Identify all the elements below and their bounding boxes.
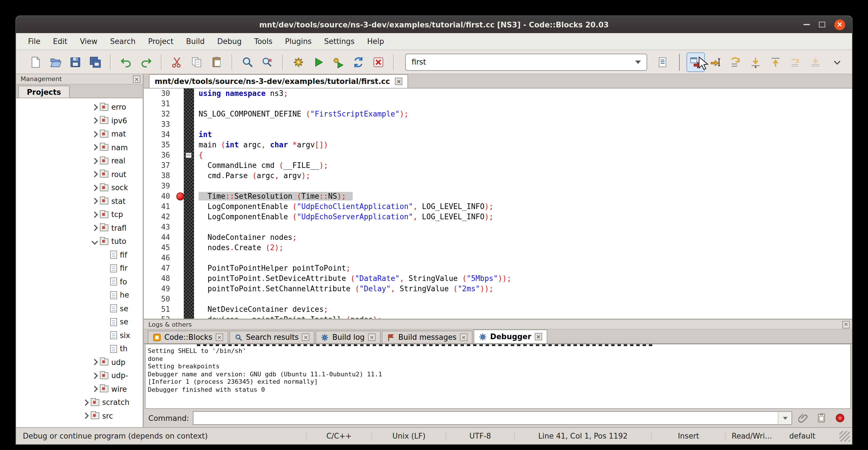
chevron-right-icon[interactable] [92, 225, 98, 231]
breakpoint-margin[interactable] [175, 212, 184, 222]
tree-item-he[interactable]: he [16, 289, 143, 302]
code-line-32[interactable]: 32NS_LOG_COMPONENT_DEFINE ("FirstScriptE… [144, 109, 852, 119]
tree-item-fif[interactable]: fif [16, 248, 143, 262]
tree-item-udp[interactable]: udp [16, 356, 143, 369]
abort-button[interactable] [369, 52, 388, 72]
rebuild-button[interactable] [349, 52, 368, 72]
cut-button[interactable] [168, 52, 186, 72]
breakpoint-margin[interactable] [175, 191, 184, 202]
tree-item-stat[interactable]: stat [16, 194, 143, 208]
fold-collapse-icon[interactable] [185, 152, 192, 158]
tree-item-wire[interactable]: wire [16, 382, 143, 396]
chevron-right-icon[interactable] [92, 131, 98, 137]
menu-file[interactable]: File [22, 37, 47, 46]
close-icon[interactable]: × [535, 333, 542, 340]
chevron-down-icon[interactable] [92, 238, 98, 245]
new-file-button[interactable] [26, 52, 44, 72]
menu-project[interactable]: Project [142, 37, 180, 46]
close-icon[interactable]: × [842, 321, 850, 328]
chevron-right-icon[interactable] [92, 117, 98, 124]
code-line-49[interactable]: 49 pointToPoint.SetChannelAttribute ("De… [144, 284, 852, 294]
breakpoint-margin[interactable] [175, 253, 184, 263]
menu-search[interactable]: Search [104, 37, 142, 46]
code-line-39[interactable]: 39 [144, 181, 852, 191]
tree-item-ipv6[interactable]: ipv6 [16, 114, 143, 127]
close-icon[interactable]: × [368, 333, 375, 341]
breakpoint-margin[interactable] [175, 263, 184, 274]
save-all-button[interactable] [86, 52, 104, 72]
tree-item-rout[interactable]: rout [16, 168, 143, 181]
chevron-down-icon[interactable] [635, 60, 641, 64]
breakpoint-icon[interactable] [176, 192, 184, 201]
log-tab-build-messages[interactable]: Build messages× [382, 331, 472, 343]
breakpoint-margin[interactable] [175, 119, 184, 130]
tree-item-scratch[interactable]: scratch [16, 396, 143, 409]
editor-tab[interactable]: mnt/dev/tools/source/ns-3-dev/examples/t… [149, 74, 408, 88]
chevron-right-icon[interactable] [92, 184, 98, 191]
copy-button[interactable] [188, 52, 206, 72]
paste-button[interactable] [208, 52, 226, 72]
command-dropdown-button[interactable] [778, 412, 792, 424]
debugger-log[interactable]: Setting SHELL to '/bin/sh'doneSetting br… [145, 344, 851, 409]
tree-item-real[interactable]: real [16, 154, 143, 168]
breakpoint-margin[interactable] [175, 130, 184, 140]
code-line-45[interactable]: 45 nodes.Create (2); [144, 243, 852, 253]
close-button[interactable]: × [834, 19, 845, 30]
breakpoint-margin[interactable] [175, 160, 184, 171]
step-into-instruction-button[interactable] [806, 52, 825, 72]
chevron-right-icon[interactable] [92, 158, 98, 164]
find-button[interactable] [239, 52, 257, 72]
minimize-button[interactable] [804, 24, 810, 25]
clipboard-button[interactable] [814, 411, 829, 425]
close-icon[interactable]: × [302, 333, 310, 341]
attach-button[interactable] [796, 411, 811, 425]
code-line-47[interactable]: 47 PointToPointHelper pointToPoint; [144, 263, 852, 274]
breakpoint-margin[interactable] [175, 89, 184, 99]
tree-item-nam[interactable]: nam [16, 141, 143, 154]
code-line-34[interactable]: 34int [144, 130, 852, 140]
chevron-right-icon[interactable] [92, 211, 98, 218]
code-line-37[interactable]: 37 CommandLine cmd (__FILE__); [144, 160, 852, 171]
code-line-41[interactable]: 41 LogComponentEnable ("UdpEchoClientApp… [144, 202, 852, 212]
menu-view[interactable]: View [73, 37, 104, 46]
chevron-right-icon[interactable] [92, 386, 98, 392]
code-line-30[interactable]: 30using namespace ns3; [144, 89, 852, 99]
breakpoint-margin[interactable] [175, 284, 184, 294]
redo-button[interactable] [137, 52, 155, 72]
chevron-right-icon[interactable] [92, 372, 98, 379]
breakpoint-margin[interactable] [175, 109, 184, 119]
menu-plugins[interactable]: Plugins [279, 37, 318, 46]
toolbar-collapse-button[interactable] [828, 52, 846, 72]
breakpoint-margin[interactable] [175, 99, 184, 109]
code-line-52[interactable]: 52 devices = pointToPoint.Install (nodes… [144, 314, 852, 319]
next-line-button[interactable] [726, 52, 745, 72]
breakpoint-margin[interactable] [175, 150, 184, 160]
code-line-51[interactable]: 51 NetDeviceContainer devices; [144, 304, 852, 314]
chevron-right-icon[interactable] [83, 399, 89, 406]
tree-item-six[interactable]: six [16, 329, 143, 342]
tree-item-erro[interactable]: erro [16, 100, 143, 114]
menu-build[interactable]: Build [180, 37, 211, 46]
tree-item-se[interactable]: se [16, 315, 143, 329]
menu-settings[interactable]: Settings [318, 37, 361, 46]
save-button[interactable] [66, 52, 85, 72]
code-line-33[interactable]: 33 [144, 119, 852, 130]
log-tab-search-results[interactable]: Search results× [229, 331, 315, 343]
menu-edit[interactable]: Edit [47, 37, 73, 46]
code-line-46[interactable]: 46 [144, 253, 852, 263]
build-button[interactable] [289, 52, 308, 72]
code-editor[interactable]: 30using namespace ns3;3132NS_LOG_COMPONE… [144, 89, 852, 319]
stop-button[interactable] [833, 411, 847, 425]
breakpoint-margin[interactable] [175, 202, 184, 212]
menu-tools[interactable]: Tools [248, 37, 279, 46]
replace-button[interactable]: a [258, 52, 277, 72]
code-line-35[interactable]: 35main (int argc, char *argv[]) [144, 140, 852, 150]
titlebar[interactable]: mnt/dev/tools/source/ns-3-dev/examples/t… [16, 16, 852, 33]
build-and-run-button[interactable] [329, 52, 347, 72]
breakpoint-margin[interactable] [175, 171, 184, 181]
code-line-42[interactable]: 42 LogComponentEnable ("UdpEchoServerApp… [144, 212, 852, 222]
tree-item-udp-[interactable]: udp- [16, 369, 143, 382]
tree-item-fo[interactable]: fo [16, 275, 143, 289]
run-button[interactable] [309, 52, 328, 72]
menu-debug[interactable]: Debug [211, 37, 248, 46]
